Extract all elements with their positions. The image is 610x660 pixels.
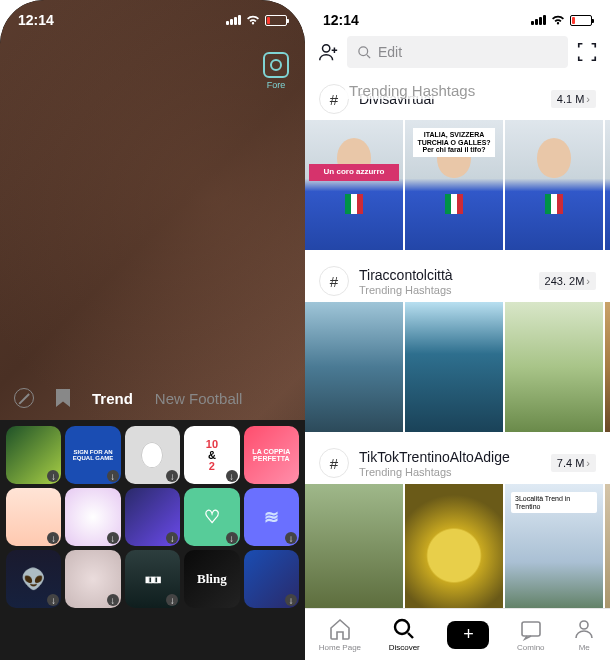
download-icon: ↓ bbox=[47, 470, 59, 482]
download-icon: ↓ bbox=[285, 532, 297, 544]
tab-label: Home Page bbox=[319, 643, 361, 652]
switch-camera-button[interactable]: Fore bbox=[263, 52, 289, 90]
tab-me[interactable]: Me bbox=[572, 617, 596, 652]
effect-mask-gray[interactable]: ↓ bbox=[125, 426, 180, 484]
video-thumbnail[interactable] bbox=[405, 484, 503, 608]
tab-label: Comino bbox=[517, 643, 545, 652]
effects-tab-bar: Trend New Football bbox=[0, 378, 305, 418]
hashtag-title: TikTokTrentinoAltoAdige bbox=[359, 449, 541, 465]
status-bar-right: 12:14 bbox=[305, 0, 610, 34]
saved-effects-tab[interactable] bbox=[56, 389, 70, 407]
effect-piano-keys[interactable]: ▮▯▮▯▮↓ bbox=[125, 550, 180, 608]
effect-wavy-blue[interactable]: ≋↓ bbox=[244, 488, 299, 546]
video-thumbnail[interactable] bbox=[505, 120, 603, 250]
video-thumbnail[interactable] bbox=[305, 484, 403, 608]
battery-icon bbox=[570, 15, 592, 26]
effect-bling[interactable]: Bling bbox=[184, 550, 239, 608]
tab-discover[interactable]: Discover bbox=[389, 617, 420, 652]
video-thumbnail[interactable]: Roma 32 video bbox=[605, 302, 610, 432]
hashtag-header[interactable]: # Tiraccontolcittà Trending Hashtags 243… bbox=[305, 260, 610, 302]
status-bar-left: 12:14 bbox=[0, 0, 305, 34]
hashtag-count: 4.1 M› bbox=[551, 90, 596, 108]
video-thumbnail[interactable]: ITALIA, SVIZZERA TURCHIA O GALLES? Per c… bbox=[405, 120, 503, 250]
tab-label: Me bbox=[579, 643, 590, 652]
camera-flip-icon bbox=[263, 52, 289, 78]
inbox-icon bbox=[519, 617, 543, 641]
signal-icon bbox=[531, 15, 546, 25]
download-icon: ↓ bbox=[285, 594, 297, 606]
effects-grid[interactable]: ↓ SIGN FOR AN EQUAL GAME↓ ↓ 10&2↓ LA COP… bbox=[0, 420, 305, 660]
download-icon: ↓ bbox=[107, 470, 119, 482]
video-thumbnail[interactable]: Un coro azzurro bbox=[305, 120, 403, 250]
trending-overlay-label: Trending Hashtags bbox=[345, 82, 479, 99]
hashtag-title: Tiraccontolcittà bbox=[359, 267, 529, 283]
chevron-right-icon: › bbox=[586, 457, 590, 469]
video-thumbnail[interactable]: 3Località Trend in Trentino bbox=[505, 484, 603, 608]
hashtag-section-divisavirtual: # Divisavirtual 4.1 M› Trending Hashtags… bbox=[305, 76, 610, 258]
hashtag-header[interactable]: # TikTokTrentinoAltoAdige Trending Hasht… bbox=[305, 442, 610, 484]
search-icon bbox=[357, 45, 372, 60]
status-time: 12:14 bbox=[323, 12, 359, 28]
effect-blue-sparkle[interactable]: ↓ bbox=[244, 550, 299, 608]
effect-sign-equal-game[interactable]: SIGN FOR AN EQUAL GAME↓ bbox=[65, 426, 120, 484]
wifi-icon bbox=[550, 14, 566, 26]
hashtag-subtitle: Trending Hashtags bbox=[359, 466, 541, 478]
thumbnail-row[interactable]: Roma 32 video bbox=[305, 302, 610, 440]
svg-rect-3 bbox=[522, 622, 540, 636]
search-placeholder: Edit bbox=[378, 44, 402, 60]
effect-green-heart[interactable]: ♡↓ bbox=[184, 488, 239, 546]
switch-camera-label: Fore bbox=[263, 80, 289, 90]
tab-label: Discover bbox=[389, 643, 420, 652]
effect-football-pitch[interactable]: ↓ bbox=[6, 426, 61, 484]
video-thumbnail[interactable] bbox=[405, 302, 503, 432]
search-icon bbox=[392, 617, 416, 641]
discover-screen: 12:14 Edit # Divisavi bbox=[305, 0, 610, 660]
profile-icon bbox=[572, 617, 596, 641]
effect-faded-face[interactable]: ↓ bbox=[65, 550, 120, 608]
download-icon: ↓ bbox=[166, 594, 178, 606]
download-icon: ↓ bbox=[47, 594, 59, 606]
tab-inbox[interactable]: Comino bbox=[517, 617, 545, 652]
signal-icon bbox=[226, 15, 241, 25]
effect-ten-and-two[interactable]: 10&2↓ bbox=[184, 426, 239, 484]
effect-glitter-face[interactable]: ↓ bbox=[65, 488, 120, 546]
effect-coppia-perfetta[interactable]: LA COPPIA PERFETTA bbox=[244, 426, 299, 484]
tab-new[interactable]: New Football bbox=[155, 390, 243, 407]
battery-icon bbox=[265, 15, 287, 26]
tab-home[interactable]: Home Page bbox=[319, 617, 361, 652]
chevron-right-icon: › bbox=[586, 93, 590, 105]
no-effect-button[interactable] bbox=[14, 388, 34, 408]
download-icon: ↓ bbox=[166, 532, 178, 544]
thumbnail-row[interactable]: Un coro azzurro ITALIA, SVIZZERA TURCHIA… bbox=[305, 120, 610, 258]
hashtag-subtitle: Trending Hashtags bbox=[359, 284, 529, 296]
hashtag-section-tiktoktrentino: # TikTokTrentinoAltoAdige Trending Hasht… bbox=[305, 440, 610, 608]
effect-galaxy-twin[interactable]: ↓ bbox=[125, 488, 180, 546]
download-icon: ↓ bbox=[107, 594, 119, 606]
camera-screen: 12:14 Fore Trend New Football ↓ SIGN FOR… bbox=[0, 0, 305, 660]
hashtag-section-tiraccontolacitta: # Tiraccontolcittà Trending Hashtags 243… bbox=[305, 258, 610, 440]
scan-qr-button[interactable] bbox=[576, 41, 598, 63]
download-icon: ↓ bbox=[107, 532, 119, 544]
effect-alien-dark[interactable]: 👽↓ bbox=[6, 550, 61, 608]
video-thumbnail[interactable] bbox=[505, 302, 603, 432]
add-friend-button[interactable] bbox=[317, 41, 339, 63]
search-input[interactable]: Edit bbox=[347, 36, 568, 68]
tab-create[interactable]: + bbox=[447, 621, 489, 649]
hashtag-count: 7.4 M› bbox=[551, 454, 596, 472]
search-row: Edit bbox=[305, 34, 610, 76]
video-thumbnail[interactable] bbox=[305, 302, 403, 432]
download-icon: ↓ bbox=[166, 470, 178, 482]
bottom-tab-bar: Home Page Discover + Comino Me bbox=[305, 608, 610, 660]
discover-content[interactable]: # Divisavirtual 4.1 M› Trending Hashtags… bbox=[305, 76, 610, 608]
download-icon: ↓ bbox=[226, 532, 238, 544]
svg-point-4 bbox=[580, 621, 588, 629]
effect-peach-face[interactable]: ↓ bbox=[6, 488, 61, 546]
hashtag-header[interactable]: # Divisavirtual 4.1 M› Trending Hashtags bbox=[305, 78, 610, 120]
video-thumbnail[interactable] bbox=[605, 120, 610, 250]
thumbnail-row[interactable]: 3Località Trend in Trentino bbox=[305, 484, 610, 608]
home-icon bbox=[328, 617, 352, 641]
video-thumbnail[interactable] bbox=[605, 484, 610, 608]
svg-point-0 bbox=[323, 45, 330, 52]
create-button[interactable]: + bbox=[447, 621, 489, 649]
tab-trend[interactable]: Trend bbox=[92, 390, 133, 407]
